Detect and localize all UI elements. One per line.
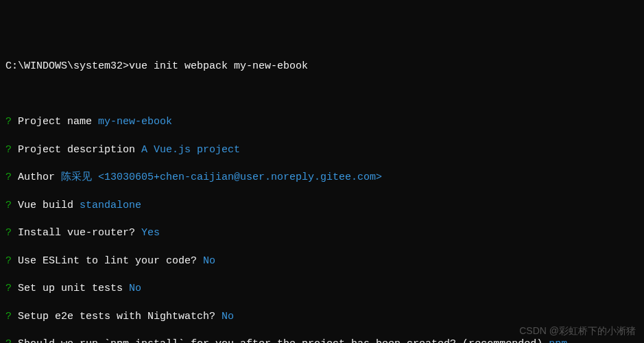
question-line: ? Setup e2e tests with Nightwatch? No <box>5 310 639 324</box>
question-label: Install vue-router? <box>12 227 141 239</box>
prompt-path: C:\WINDOWS\system32> <box>5 60 129 72</box>
question-line: ? Project description A Vue.js project <box>5 143 639 157</box>
question-mark-icon: ? <box>5 255 12 267</box>
question-line: ? Set up unit tests No <box>5 282 639 296</box>
question-mark-icon: ? <box>5 283 12 294</box>
question-value: npm <box>549 338 567 343</box>
question-mark-icon: ? <box>5 311 12 322</box>
question-line: ? Vue build standalone <box>5 199 639 213</box>
question-label: Set up unit tests <box>12 283 129 294</box>
prompt-command: vue init webpack my-new-ebook <box>129 60 308 72</box>
question-value: No <box>222 311 234 322</box>
question-value: No <box>203 255 215 267</box>
question-value: my-new-ebook <box>98 116 172 128</box>
question-value: 陈采见 <13030605+chen-caijian@user.noreply.… <box>61 172 382 183</box>
question-label: Author <box>12 172 61 183</box>
question-label: Project name <box>12 116 98 128</box>
question-value: No <box>129 283 141 294</box>
question-line: ? Should we run `npm install` for you af… <box>5 338 639 343</box>
question-value: standalone <box>80 200 141 211</box>
question-mark-icon: ? <box>5 172 12 183</box>
question-mark-icon: ? <box>5 338 12 343</box>
question-line: ? Use ESLint to lint your code? No <box>5 255 639 268</box>
question-label: Project description <box>12 144 141 156</box>
watermark: CSDN @彩虹桥下的小淅猪 <box>519 324 636 338</box>
question-label: Use ESLint to lint your code? <box>12 255 203 267</box>
question-line: ? Author 陈采见 <13030605+chen-caijian@user… <box>5 171 639 185</box>
question-label: Should we run `npm install` for you afte… <box>12 338 549 343</box>
question-mark-icon: ? <box>5 200 12 211</box>
blank-line <box>5 88 639 102</box>
question-value: A Vue.js project <box>141 144 240 156</box>
question-line: ? Install vue-router? Yes <box>5 226 639 240</box>
question-mark-icon: ? <box>5 227 12 239</box>
question-mark-icon: ? <box>5 116 12 128</box>
command-line: C:\WINDOWS\system32>vue init webpack my-… <box>5 60 639 73</box>
question-line: ? Project name my-new-ebook <box>5 115 639 129</box>
question-label: Vue build <box>12 200 80 211</box>
question-mark-icon: ? <box>5 144 12 156</box>
question-value: Yes <box>141 227 160 239</box>
question-label: Setup e2e tests with Nightwatch? <box>12 311 222 322</box>
